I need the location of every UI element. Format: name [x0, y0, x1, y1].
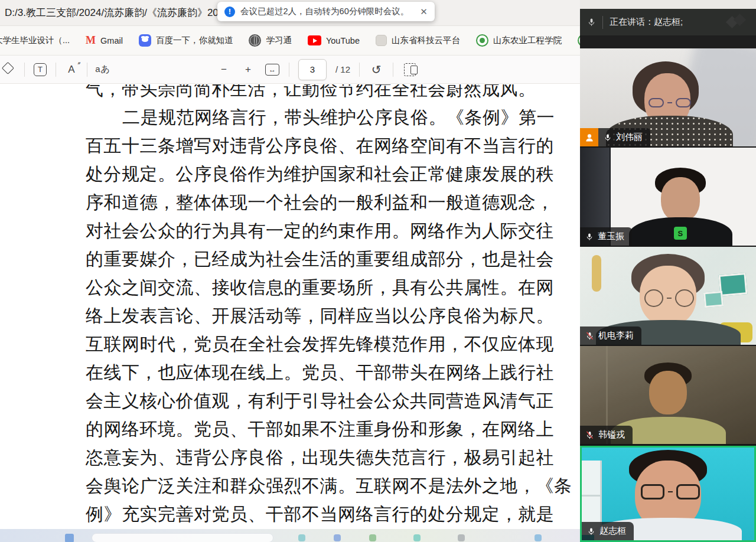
mic-on-icon: [587, 527, 595, 536]
document-line: 对社会公众的行为具有一定的约束作用。网络作为人际交往: [86, 217, 524, 245]
document-text: 气，带头崇尚简朴生活，让勤俭节约在全社会蔚然成风。 二是规范网络言行，带头维护公…: [86, 84, 524, 528]
textbox-icon: T: [34, 63, 47, 76]
page-view-icon: [404, 63, 416, 76]
bookmark-xuexitong[interactable]: 学习通: [249, 34, 292, 47]
info-icon: !: [224, 6, 235, 17]
document-line: 处分规定。公序良俗作为维护国家和社会正常健康发展的秩: [86, 160, 524, 188]
read-aloud-button[interactable]: A: [64, 61, 79, 78]
bookmark-gmail[interactable]: M Gmail: [86, 34, 123, 47]
pdf-page[interactable]: 气，带头崇尚简朴生活，让勤俭节约在全社会蔚然成风。 二是规范网络言行，带头维护公…: [0, 84, 580, 529]
toast-close-icon[interactable]: ✕: [420, 6, 428, 17]
start-button[interactable]: [65, 534, 74, 542]
page-view-button[interactable]: [402, 61, 418, 78]
globe-icon: [249, 34, 261, 47]
baidu-icon: [139, 34, 151, 47]
page-total-label: / 12: [335, 64, 350, 74]
pdf-toolbar: T A aあ − + ↔ 3 / 12 ↺: [0, 55, 580, 84]
college-icon: [476, 34, 488, 47]
participant-nametag: 韩镒戎: [580, 426, 633, 444]
meeting-app-logo-icon: [726, 15, 749, 30]
participant-name: 刘伟丽: [616, 132, 643, 143]
document-line: 会舆论广泛关注和群众强烈不满。互联网不是法外之地，《条: [86, 472, 524, 500]
document-line: 二是规范网络言行，带头维护公序良俗。《条例》第一: [86, 103, 524, 132]
video-tile-liuweili[interactable]: 刘伟丽: [580, 48, 756, 146]
mic-icon: [587, 17, 596, 27]
taskbar-app-icon[interactable]: [413, 534, 421, 541]
youtube-icon: [308, 35, 321, 45]
taskbar-app-icon[interactable]: [369, 534, 376, 541]
video-tile-jidianlili[interactable]: 机电李莉: [580, 247, 756, 345]
taskbar-app-icon[interactable]: [458, 534, 465, 541]
participant-name: 韩镒戎: [598, 429, 625, 440]
rotate-button[interactable]: ↺: [369, 61, 384, 78]
zoom-in-button[interactable]: +: [240, 61, 256, 78]
participant-name: 赵志桓: [599, 525, 626, 537]
document-line: 互联网时代，党员在全社会发挥先锋模范作用，不仅应体现: [86, 330, 524, 358]
participant-name: 机电李莉: [598, 330, 634, 341]
browser-window: D:/3.教工三支部/2024/流苏廉韵/《流苏廉韵》202年第 期.pdf !…: [0, 0, 580, 542]
bookmark-shandong-tech-cloud[interactable]: 山东省科技云平台: [376, 35, 460, 46]
tab-bar: D:/3.教工三支部/2024/流苏廉韵/《流苏廉韵》202年第 期.pdf !…: [0, 0, 580, 26]
document-line: 恣意妄为、违背公序良俗，出现失德失范言行，极易引起社: [86, 443, 524, 472]
meeting-panel: 正在讲话：赵志桓; 刘伟丽: [580, 0, 756, 542]
screen: D:/3.教工三支部/2024/流苏廉韵/《流苏廉韵》202年第 期.pdf !…: [0, 0, 756, 542]
document-line: 的网络环境。党员、干部如果不注重身份和形象，在网络上: [86, 415, 524, 443]
rotate-icon: ↺: [372, 63, 382, 77]
taskbar-search-box[interactable]: [92, 533, 273, 542]
bookmark-baidu[interactable]: 百度一下，你就知道: [139, 34, 233, 47]
participant-nametag: 刘伟丽: [580, 128, 650, 146]
fit-width-icon: ↔: [265, 64, 279, 76]
taskbar-app-icon[interactable]: [535, 534, 542, 541]
windows-taskbar: [0, 529, 580, 542]
highlight-button[interactable]: [1, 61, 17, 78]
document-line: 会主义核心价值观，有利于引导社会公众共同营造风清气正: [86, 387, 524, 415]
bookmark-graduation-design[interactable]: 大学生毕业设计（...: [0, 35, 70, 46]
document-line: 络上发表言论、开展活动等，同样应当以公序良俗为标尺。: [86, 302, 524, 330]
document-line: 在线下，也应体现在线上。党员、干部带头在网络上践行社: [86, 358, 524, 387]
bookmark-shandong-agri-college[interactable]: 山东农业工程学院: [476, 34, 562, 47]
mic-on-icon: [604, 133, 612, 142]
mic-muted-icon: [585, 430, 594, 440]
site-icon: [376, 35, 387, 46]
bookmarks-bar: 大学生毕业设计（... M Gmail 百度一下，你就知道 学习通 YouTub…: [0, 26, 580, 55]
highlight-icon: [1, 62, 14, 74]
document-line: 百五十三条增写对违背公序良俗、在网络空间有不当言行的: [86, 132, 524, 160]
mic-muted-icon: [585, 331, 594, 341]
video-tile-hanyirong[interactable]: 韩镒戎: [580, 346, 756, 444]
video-tile-zhaozhihuan-speaking[interactable]: 赵志桓: [580, 446, 756, 542]
document-line: 的重要媒介，已经成为社会生活的重要组成部分，也是社会: [86, 245, 524, 273]
zoom-out-button[interactable]: −: [216, 61, 232, 78]
document-line: 公众之间交流、接收信息的重要场所，具有公共属性。在网: [86, 273, 524, 302]
toast-message: 会议已超过2人，自动转为60分钟限时会议。: [240, 6, 409, 17]
video-tile-dongyuzhen[interactable]: S 董玉振: [580, 148, 756, 246]
add-text-button[interactable]: T: [32, 61, 48, 78]
gmail-icon: M: [86, 34, 96, 47]
read-aloud-icon: A: [68, 64, 74, 76]
mic-on-icon: [585, 232, 594, 241]
page-number-input[interactable]: 3: [298, 59, 327, 80]
participant-name: 董玉振: [598, 231, 624, 242]
document-line: 序和道德，整体体现一个社会的一般利益和一般道德观念，: [86, 188, 524, 217]
translate-button[interactable]: aあ: [95, 61, 110, 78]
participant-nametag: 机电李莉: [580, 326, 641, 345]
tab-title-text: D:/3.教工三支部/2024/流苏廉韵/《流苏廉韵》202: [5, 7, 224, 18]
speaking-status: 正在讲话：赵志桓;: [610, 17, 683, 28]
taskbar-app-icon[interactable]: [334, 534, 341, 541]
participant-nametag: 赵志桓: [582, 522, 634, 540]
bookmark-youtube[interactable]: YouTube: [308, 35, 360, 45]
participant-nametag: 董玉振: [580, 227, 632, 246]
host-badge-icon: [580, 128, 598, 146]
document-line: 例》充实完善对党员、干部不当网络言行的处分规定，就是: [86, 500, 524, 528]
meeting-status-bar: 正在讲话：赵志桓;: [580, 9, 756, 35]
document-line: 气，带头崇尚简朴生活，让勤俭节约在全社会蔚然成风。: [86, 84, 524, 103]
fit-width-button[interactable]: ↔: [265, 61, 280, 78]
meeting-limit-toast: ! 会议已超过2人，自动转为60分钟限时会议。 ✕: [217, 2, 435, 21]
translate-icon: aあ: [95, 64, 110, 75]
taskbar-app-icon[interactable]: [298, 534, 305, 541]
